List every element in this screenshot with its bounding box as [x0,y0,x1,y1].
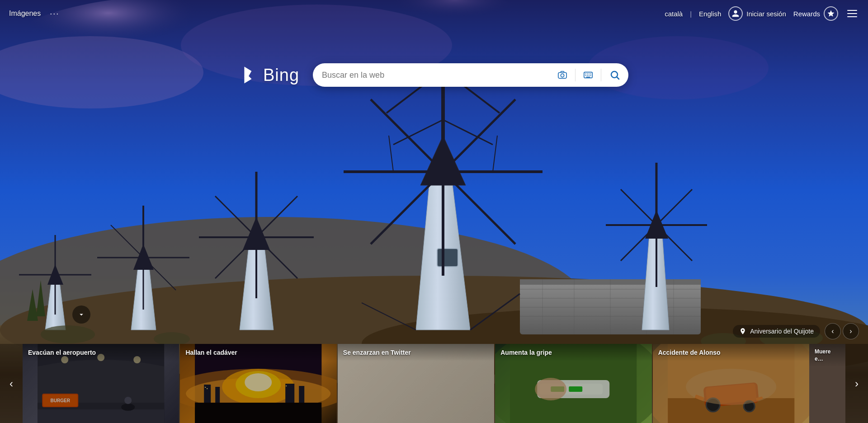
search-divider-2 [601,69,601,81]
news-item-1-title: Evacúan el aeropuerto [23,344,179,361]
hamburger-menu-button[interactable] [845,8,859,19]
search-input[interactable] [322,63,553,87]
svg-point-138 [686,369,776,405]
lang-separator: | [690,10,692,18]
search-submit-button[interactable] [605,65,625,85]
news-item-3[interactable]: Se enzarzan en Twitter [338,344,494,423]
news-prev-button[interactable]: ‹ [0,344,23,423]
rewards-icon [824,6,838,21]
news-item-1[interactable]: BURGER Evacúan el aeropuerto [23,344,179,423]
svg-point-117 [429,361,448,379]
visual-search-button[interactable] [553,66,571,84]
svg-point-115 [427,358,450,384]
hamburger-line-1 [847,10,857,11]
logo-search-row: Bing [240,63,628,87]
news-next-button[interactable]: › [845,344,868,423]
bing-b-icon [240,66,258,84]
expand-button[interactable] [72,306,90,324]
nav-right: català | English Iniciar sesión Rewards [665,6,859,21]
news-item-6-partial[interactable]: Muere e… [809,344,845,423]
rewards-label: Rewards [793,10,820,18]
svg-rect-109 [286,385,287,386]
svg-point-94 [124,397,132,404]
svg-rect-108 [207,388,208,389]
signin-label: Iniciar sesión [746,10,786,18]
news-item-4-title: Aumenta la gripe [495,344,651,361]
lang-english-link[interactable]: English [699,10,721,18]
svg-rect-107 [205,387,206,388]
news-item-6-title: Muere e… [809,344,845,367]
svg-point-113 [379,361,399,379]
svg-point-93 [121,404,135,411]
location-text: Aniversario del Quijote [750,328,814,335]
location-info: Aniversario del Quijote [733,325,820,338]
news-item-4[interactable]: Aumenta la gripe [495,344,651,423]
hamburger-line-3 [847,16,857,17]
svg-rect-116 [427,382,450,418]
news-item-3-title: Se enzarzan en Twitter [338,344,494,361]
search-divider-1 [575,69,576,81]
search-box [313,63,628,87]
nav-arrows: ‹ › [825,323,859,339]
bing-wordmark: Bing [263,66,299,85]
news-item-5-title: Accidente de Alonso [653,344,809,361]
pin-icon [739,328,746,335]
news-item-5[interactable]: Accidente de Alonso [653,344,809,423]
svg-rect-92 [38,409,164,423]
keyboard-search-button[interactable] [579,66,597,84]
svg-text:BURGER: BURGER [51,398,71,403]
svg-point-101 [245,373,272,391]
svg-rect-112 [377,382,400,418]
news-item-2[interactable]: Hallan el cadáver [180,344,336,423]
svg-point-111 [377,358,400,384]
svg-line-83 [617,77,619,79]
bing-logo[interactable]: Bing [240,66,299,85]
signin-button[interactable]: Iniciar sesión [728,6,786,21]
nav-left: Imágenes ··· [9,9,59,19]
info-bar: Aniversario del Quijote ‹ › [0,323,868,344]
hamburger-line-2 [847,13,857,14]
svg-rect-106 [299,386,305,403]
top-navigation: Imágenes ··· català | English Iniciar se… [0,0,868,27]
signin-icon [728,6,743,21]
svg-point-71 [561,74,564,77]
svg-rect-102 [195,403,322,423]
news-strip: ‹ [0,344,868,423]
svg-rect-104 [216,387,220,403]
rewards-button[interactable]: Rewards [793,6,838,21]
svg-rect-126 [569,386,582,392]
search-icon-group [553,65,625,85]
news-item-2-title: Hallan el cadáver [180,344,336,361]
svg-rect-105 [286,384,295,403]
background-next-button[interactable]: › [843,323,859,339]
nav-images-link[interactable]: Imágenes [9,9,41,18]
news-items-container: BURGER Evacúan el aeropuerto [23,344,809,423]
bottom-area: Aniversario del Quijote ‹ › ‹ [0,323,868,423]
background-prev-button[interactable]: ‹ [825,323,841,339]
nav-more-button[interactable]: ··· [50,9,59,19]
lang-catala-link[interactable]: català [665,10,683,18]
svg-point-127 [535,378,566,400]
